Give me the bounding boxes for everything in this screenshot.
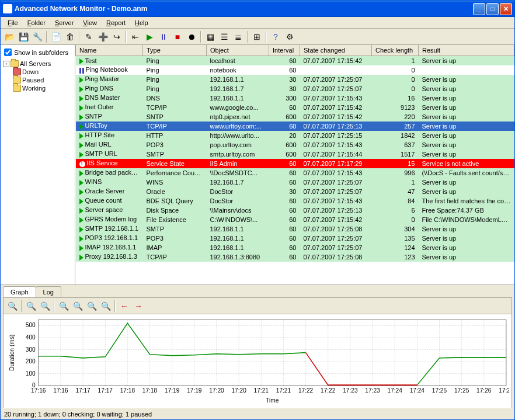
server-table[interactable]: NameTypeObjectIntervalState changedCheck… [75,45,514,284]
new-doc-icon[interactable]: 📄 [50,30,62,43]
svg-rect-0 [39,320,506,386]
table-row[interactable]: HTTP SiteHTTPhttp://www.urlto...2007.07.… [76,131,514,140]
chart-toolbar: 🔍 🔍 🔍 🔍 🔍 🔍 🔍 ← → [4,298,511,314]
settings-icon[interactable]: ⚙ [283,30,296,43]
column-header[interactable]: Result [419,45,514,56]
sidebar: Show in subfolders + All Servers Down Pa… [1,45,75,284]
scroll-left-icon[interactable]: ← [118,300,131,313]
prev-icon[interactable]: ⇤ [129,30,142,43]
table-row[interactable]: SMTP 192.168.1.1SMTP192.168.1.16007.07.2… [76,224,514,234]
svg-text:17:19: 17:19 [165,387,180,394]
svg-text:Duration (ms): Duration (ms) [9,335,15,371]
table-row[interactable]: URLToyTCP/IPwww.urltoy.com:...6007.07.20… [76,122,514,131]
menu-file[interactable]: File [3,18,23,27]
open-icon[interactable]: 📂 [3,30,16,43]
table-row[interactable]: Ping NotebookPingnotebook600 [76,65,514,75]
delete-icon[interactable]: 🗑 [64,30,76,43]
tab-graph[interactable]: Graph [3,286,36,297]
table-row[interactable]: Mail URLPOP3pop.urltoy.com60007.07.2007 … [76,140,514,150]
table-row[interactable]: Oracle ServerOracleDocStor3007.07.2007 1… [76,187,514,196]
zoom-in-icon[interactable]: 🔍 [39,300,51,313]
statusbar: 20 running; 1 down; 0 checking; 0 waitin… [1,408,514,419]
tree-item-paused[interactable]: Paused [3,76,72,84]
export-icon[interactable]: ↪ [110,30,123,43]
record-icon[interactable]: ⏺ [185,30,198,43]
pause-icon[interactable]: ⏸ [157,30,170,43]
tree-root[interactable]: + All Servers [3,60,72,68]
table-row[interactable]: Server spaceDisk Space\\Mainsrv\docs6007… [76,206,514,215]
status-icon [79,255,83,261]
scroll-right-icon[interactable]: → [132,300,145,313]
table-row[interactable]: DNS MasterDNS192.168.1.130007.07.2007 17… [76,93,514,103]
table-row[interactable]: POP3 192.168.1.1POP3192.168.1.16007.07.2… [76,234,514,243]
status-icon [79,68,84,74]
zoom-x-out-icon[interactable]: 🔍 [57,300,70,313]
folder-icon [11,60,19,67]
zoom-y-in-icon[interactable]: 🔍 [99,300,112,313]
table-row[interactable]: GPRS Modem logFile ExistenceC:\WINDOWS\.… [76,215,514,224]
status-icon [79,236,83,242]
svg-text:200: 200 [26,358,36,365]
status-icon [79,96,83,102]
save-icon[interactable]: 💾 [17,30,30,43]
column-header[interactable]: Object [207,45,269,56]
minimize-button[interactable]: _ [473,3,485,15]
menu-help[interactable]: Help [130,18,153,27]
zoom-out-icon[interactable]: 🔍 [25,300,37,313]
svg-text:17:23: 17:23 [343,387,358,394]
close-button[interactable]: ✕ [500,3,512,15]
app-icon [3,4,12,13]
table-row[interactable]: Inet OuterTCP/IPwww.google.co...6007.07.… [76,103,514,112]
tree-label: Paused [22,77,44,84]
tab-log[interactable]: Log [36,286,61,297]
edit-icon[interactable]: ✎ [82,30,95,43]
view-list-icon[interactable]: ☰ [218,30,231,43]
menubar: File Folder Server View Report Help [1,17,514,29]
grid-icon[interactable]: ⊞ [250,30,263,43]
tree-item-down[interactable]: Down [3,68,72,76]
menu-server[interactable]: Server [50,18,78,27]
column-header[interactable]: Check length [372,45,419,56]
table-row[interactable]: Queue countBDE SQL QueryDocStor6007.07.2… [76,196,514,206]
status-icon [79,114,83,120]
view-tiles-icon[interactable]: ▦ [204,30,217,43]
table-row[interactable]: TestPinglocalhost6007.07.2007 17:15:421S… [76,56,514,65]
svg-text:100: 100 [26,370,36,377]
play-icon[interactable]: ▶ [143,30,156,43]
column-header[interactable]: Name [76,45,143,56]
table-row[interactable]: Ping DNSPing192.168.1.73007.07.2007 17:2… [76,84,514,93]
titlebar[interactable]: Advanced Network Monitor - Demo.anm _ □ … [1,1,514,17]
table-row[interactable]: Proxy 192.168.1.3TCP/IP192.168.1.3:80806… [76,252,514,262]
table-row[interactable]: Bridge bad packetsPerfomance Counter\\Do… [76,168,514,178]
table-row[interactable]: WINSWINS192.168.1.76007.07.2007 17:25:07… [76,178,514,187]
column-header[interactable]: State changed [300,45,372,56]
expand-icon[interactable]: + [3,61,9,67]
menu-report[interactable]: Report [102,18,130,27]
help-icon[interactable]: ? [269,30,282,43]
column-header[interactable]: Interval [269,45,300,56]
menu-view[interactable]: View [78,18,102,27]
add-server-icon[interactable]: ➕ [96,30,109,43]
svg-text:17:16: 17:16 [31,387,46,394]
svg-text:17:20: 17:20 [209,387,224,394]
column-header[interactable]: Type [143,45,207,56]
table-row[interactable]: SNTPSNTPntp0.pipex.net60007.07.2007 17:1… [76,112,514,122]
zoom-icon[interactable]: 🔍 [6,300,19,313]
status-icon [79,189,83,195]
svg-text:300: 300 [26,346,36,353]
maximize-button[interactable]: □ [486,3,499,15]
wizard-icon[interactable]: 🔧 [31,30,44,43]
tree-item-working[interactable]: Working [3,84,72,92]
show-subfolders-input[interactable] [4,48,12,56]
view-details-icon[interactable]: ≣ [232,30,245,43]
table-row[interactable]: SMTP URLSMTPsmtp.urltoy.com60007.07.2007… [76,150,514,159]
stop-icon[interactable]: ■ [171,30,184,43]
table-row[interactable]: Ping MasterPing192.168.1.13007.07.2007 1… [76,75,514,84]
svg-text:17:18: 17:18 [142,387,158,394]
table-row[interactable]: IMAP 192.168.1.1IMAP192.168.1.16007.07.2… [76,243,514,252]
zoom-y-out-icon[interactable]: 🔍 [85,300,98,313]
menu-folder[interactable]: Folder [23,18,50,27]
show-subfolders-checkbox[interactable]: Show in subfolders [3,47,72,57]
table-row[interactable]: IIS ServiceService StateIIS Admin6007.07… [76,159,514,168]
zoom-x-in-icon[interactable]: 🔍 [71,300,84,313]
